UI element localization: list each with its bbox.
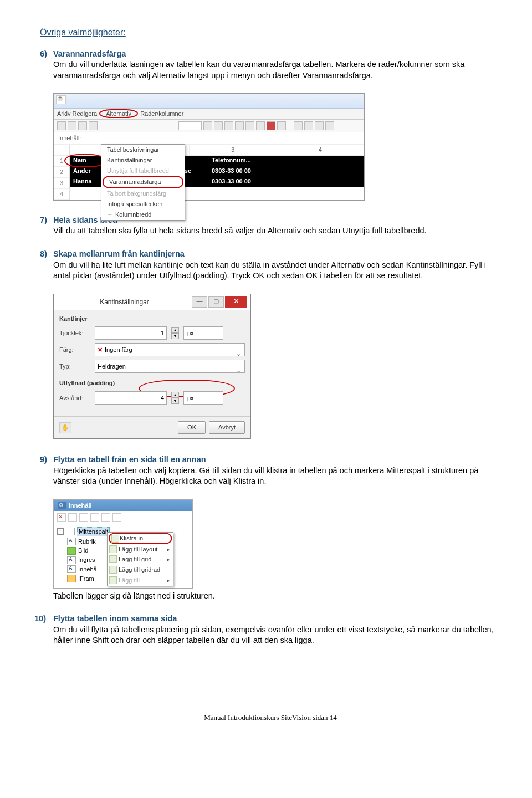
item-6-number: 6) (40, 49, 53, 81)
dialog-title: Kantinställningar (57, 298, 192, 306)
toolbar (54, 120, 364, 132)
tool-icon[interactable] (79, 513, 88, 522)
page-footer: Manual Introduktionskurs SiteVision sida… (40, 713, 501, 723)
tool-icon[interactable] (89, 121, 98, 130)
maximize-button[interactable]: ▢ (208, 296, 224, 308)
tjocklek-spinner[interactable]: ▲▼ (171, 327, 179, 339)
item-8-text: Om du vill ha lite luft mellan kantlinje… (53, 260, 501, 282)
item-9: 9) Flytta en tabell från en sida till en… (40, 454, 501, 487)
tool-icon[interactable] (224, 121, 233, 130)
item-6-heading: Varannanradsfärga (53, 49, 501, 60)
screenshot-innehall-panel: Innehåll − Mittenspalt Rubrik Bild Ingre… (53, 499, 193, 589)
panel-title-text: Innehåll (69, 502, 92, 510)
ctx-lagg-till[interactable]: Lägg till▸ (108, 575, 173, 586)
italic-icon[interactable] (214, 121, 223, 130)
item-7-number: 7) (40, 215, 53, 237)
th-telefon: Telefonnum... (208, 156, 364, 166)
tool-icon[interactable] (78, 121, 87, 130)
ctx-lagg-till-layout[interactable]: Lägg till layout▸ (108, 544, 173, 555)
tool-icon[interactable] (68, 513, 77, 522)
item-9-heading: Flytta en tabell från en sida till en an… (53, 454, 501, 466)
panel-title: Innehåll (54, 500, 192, 511)
tool-icon[interactable] (256, 121, 265, 130)
tool-icon[interactable] (68, 121, 76, 130)
dialog-titlebar: Kantinställningar — ▢ ✕ (54, 294, 250, 310)
label-farg: Färg: (59, 346, 90, 354)
item-8-number: 8) (40, 249, 53, 282)
context-menu: Klistra in Lägg till layout▸ Lägg till g… (107, 532, 173, 586)
ctx-lagg-till-grid[interactable]: Lägg till grid▸ (108, 554, 173, 565)
toolbar-field[interactable] (178, 121, 202, 130)
item-8: 8) Skapa mellanrum från kantlinjerna Om … (40, 249, 501, 282)
avstand-unit[interactable]: px (183, 391, 223, 405)
screenshot-table-menu: Arkiv Redigera Alternativ Rader/kolumner… (53, 93, 365, 201)
item-10-text: Om du vill flytta på tabellens placering… (53, 625, 501, 646)
item-9-number: 9) (40, 454, 53, 487)
item-6-text: Om du vill underlätta läsningen av tabel… (53, 59, 501, 81)
menubar: Arkiv Redigera Alternativ Rader/kolumner (54, 109, 364, 120)
item-6: 6) Varannanradsfärga Om du vill underlät… (40, 49, 501, 81)
label-tjocklek: Tjocklek: (59, 329, 90, 337)
farg-select[interactable]: ✕Ingen färg (95, 343, 245, 356)
item-10: 10) Flytta tabellen inom samma sida Om d… (34, 613, 501, 646)
table-icon[interactable] (304, 121, 313, 130)
dialog-footer: ✋ OK Avbryt (54, 416, 250, 438)
label-typ: Typ: (59, 362, 90, 371)
typ-select[interactable]: Heldragen (95, 360, 245, 373)
dd-kantinstallningar[interactable]: Kantinställningar (101, 155, 185, 166)
ctx-lagg-till-gridrad[interactable]: Lägg till gridrad (108, 565, 173, 575)
table-icon[interactable] (294, 121, 303, 130)
tjocklek-unit[interactable]: px (183, 326, 223, 340)
table-icon[interactable] (325, 121, 334, 130)
close-button[interactable]: ✕ (225, 296, 247, 308)
avstand-spinner[interactable]: ▲▼ (171, 392, 179, 404)
delete-icon[interactable] (57, 513, 66, 522)
gear-icon (58, 502, 66, 509)
item-10-heading: Flytta tabellen inom samma sida (53, 613, 501, 625)
avbryt-button[interactable]: Avbryt (209, 421, 245, 434)
search-icon[interactable] (112, 513, 121, 522)
panel-toolbar (54, 511, 192, 524)
ctx-klistra-in[interactable]: Klistra in (109, 533, 172, 544)
label-avstand: Avstånd: (59, 394, 90, 402)
dd-varannanradsfarga[interactable]: Varannanradsfärga (103, 176, 183, 188)
item-8-heading: Skapa mellanrum från kantlinjerna (53, 249, 501, 260)
tool-icon[interactable] (245, 121, 254, 130)
hand-icon[interactable]: ✋ (59, 422, 71, 433)
save-icon[interactable] (57, 121, 66, 130)
dd-utnyttja[interactable]: Utnyttja full tabellbredd (101, 166, 185, 176)
bold-icon[interactable] (203, 121, 212, 130)
menu-redigera[interactable]: Redigera (73, 110, 98, 117)
java-icon (56, 95, 66, 104)
tool-icon[interactable] (235, 121, 244, 130)
minimize-button[interactable]: — (192, 296, 207, 308)
item-9-after-text: Tabellen lägger sig då längst ned i stru… (53, 591, 501, 602)
menu-alternativ[interactable]: Alternativ (99, 109, 138, 118)
tool-icon[interactable] (277, 121, 286, 130)
tool-icon[interactable] (101, 513, 110, 522)
dd-kolumnbredd[interactable]: Kolumnbredd (101, 209, 185, 220)
dd-tabellbeskrivningar[interactable]: Tabellbeskrivningar (101, 145, 185, 155)
dd-ta-bort-bakgrund[interactable]: Ta bort bakgrundsfärg (101, 188, 185, 199)
row-numbers: 1234 (54, 145, 70, 200)
menu-rader-kolumner[interactable]: Rader/kolumner (140, 110, 183, 117)
tjocklek-input[interactable]: 1 (95, 326, 167, 340)
ok-button[interactable]: OK (178, 421, 206, 434)
table-icon[interactable] (315, 121, 324, 130)
item-7-text: Vill du att tabellen ska fylla ut hela s… (53, 226, 501, 237)
avstand-input[interactable]: 4 (95, 391, 167, 405)
content-label: Innehåll: (58, 135, 81, 141)
menu-arkiv[interactable]: Arkiv (57, 110, 70, 117)
dd-infoga-specialtecken[interactable]: Infoga specialtecken (101, 199, 185, 209)
color-icon[interactable] (267, 121, 275, 130)
alternativ-dropdown: Tabellbeskrivningar Kantinställningar Ut… (101, 144, 185, 221)
item-10-number: 10) (34, 613, 53, 646)
item-9-text: Högerklicka på tabellen och välj kopiera… (53, 466, 501, 487)
highlight-circle (64, 154, 105, 167)
screenshot-kantinstallningar-dialog: Kantinställningar — ▢ ✕ Kantlinjer Tjock… (53, 294, 251, 439)
tool-icon[interactable] (90, 513, 99, 522)
section-kantlinjer: Kantlinjer (54, 310, 250, 325)
section-title: Övriga valmöjligheter: (40, 27, 501, 39)
